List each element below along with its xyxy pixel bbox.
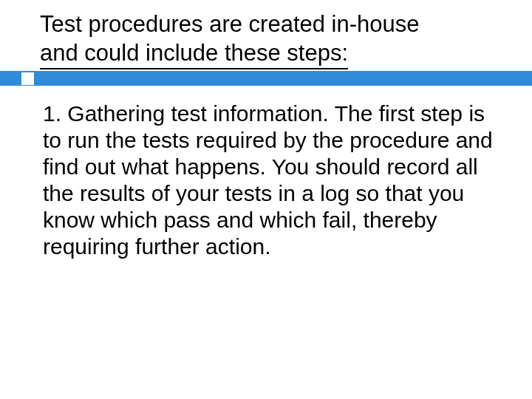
slide-body: 1. Gathering test information. The first… xyxy=(43,100,495,260)
title-line-1: Test procedures are created in-house xyxy=(40,10,502,39)
slide-title: Test procedures are created in-house and… xyxy=(40,10,502,69)
slide: Test procedures are created in-house and… xyxy=(0,0,532,399)
title-line-2-text: and could include these steps: xyxy=(40,39,348,69)
body-text: 1. Gathering test information. The first… xyxy=(43,100,495,260)
title-line-2: and could include these steps: xyxy=(40,39,502,69)
accent-bar xyxy=(0,71,532,86)
bullet-square-icon xyxy=(21,72,34,85)
